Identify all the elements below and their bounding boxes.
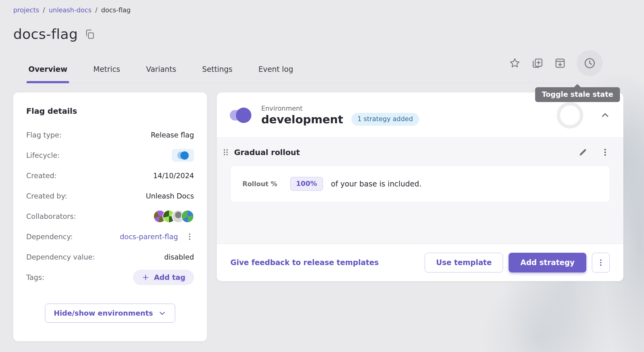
tooltip-toggle-stale-state: Toggle stale state	[535, 87, 620, 102]
archive-icon	[554, 57, 566, 69]
edit-strategy-button[interactable]	[578, 147, 588, 158]
hide-show-environments-label: Hide/show environments	[54, 309, 153, 317]
rollout-label: Rollout %	[242, 180, 277, 188]
breadcrumb-current: docs-flag	[101, 6, 131, 15]
kebab-icon	[185, 232, 194, 241]
drag-handle-icon[interactable]	[222, 148, 230, 157]
environment-name: development	[261, 113, 343, 126]
flag-type-row: Flag type: Release flag	[26, 125, 194, 145]
breadcrumb-link-projects[interactable]: projects	[13, 6, 39, 15]
flag-type-label: Flag type:	[26, 131, 62, 139]
archive-button[interactable]	[554, 57, 566, 69]
tab-overview[interactable]: Overview	[27, 59, 69, 83]
created-value: 14/10/2024	[153, 172, 194, 180]
kebab-icon	[601, 148, 610, 157]
more-strategies-menu-button[interactable]	[592, 253, 610, 272]
created-by-label: Created by:	[26, 192, 67, 200]
rollout-summary-card: Rollout % 100% of your base is included.	[230, 166, 610, 202]
collaborators-label: Collaborators:	[26, 212, 76, 220]
created-by-row: Created by: Unleash Docs	[26, 186, 194, 206]
release-templates-feedback-link[interactable]: Give feedback to release templates	[230, 258, 379, 267]
page: projects / unleash-docs / docs-flag docs…	[0, 0, 644, 352]
tags-label: Tags:	[26, 273, 44, 281]
metrics-ring	[557, 102, 583, 129]
hide-show-environments-button[interactable]: Hide/show environments	[45, 304, 175, 323]
dependency-link[interactable]: docs-parent-flag	[120, 233, 178, 241]
dependency-value-label: Dependency value:	[26, 253, 95, 261]
environment-card: Environment development 1 strategy added	[217, 92, 623, 281]
environment-toggle[interactable]	[230, 110, 249, 121]
kebab-icon	[597, 258, 605, 267]
lifecycle-label: Lifecycle:	[26, 151, 60, 159]
environment-titles: Environment development 1 strategy added	[261, 105, 419, 126]
created-by-value: Unleash Docs	[146, 192, 194, 200]
breadcrumb: projects / unleash-docs / docs-flag	[13, 6, 623, 15]
environment-footer: Give feedback to release templates Use t…	[217, 244, 623, 281]
tab-event-log[interactable]: Event log	[257, 59, 295, 83]
add-tag-label: Add tag	[154, 273, 185, 281]
strategy-count-badge: 1 strategy added	[351, 113, 419, 126]
tabs: Overview Metrics Variants Settings Event…	[27, 59, 295, 83]
strategy-list: Gradual rollout	[217, 137, 623, 244]
dependency-label: Dependency:	[26, 233, 73, 241]
dependency-value-value: disabled	[164, 253, 194, 261]
lifecycle-stage-dot-dark	[180, 151, 189, 160]
copy-add-icon	[531, 57, 543, 69]
created-label: Created:	[26, 172, 57, 180]
rollout-description: of your base is included.	[331, 180, 422, 188]
tab-variants[interactable]: Variants	[144, 59, 178, 83]
page-title: docs-flag	[13, 26, 78, 42]
flag-details-card: Flag details Flag type: Release flag Lif…	[13, 92, 207, 341]
title-row: docs-flag	[13, 26, 623, 42]
collapse-environment-button[interactable]	[600, 110, 610, 121]
created-row: Created: 14/10/2024	[26, 166, 194, 186]
dependency-value-row: Dependency value: disabled	[26, 247, 194, 267]
topbar: projects / unleash-docs / docs-flag docs…	[0, 0, 644, 83]
use-template-button[interactable]: Use template	[425, 253, 503, 272]
collaborator-avatars	[153, 210, 194, 223]
add-tag-button[interactable]: Add tag	[133, 270, 194, 285]
main-content: Flag details Flag type: Release flag Lif…	[13, 92, 623, 341]
star-icon	[509, 57, 521, 69]
flag-actions-toolbar	[509, 50, 603, 76]
pencil-icon	[578, 147, 588, 158]
pixel-avatar-earth	[181, 210, 194, 223]
copy-flag-name-button[interactable]	[84, 29, 95, 40]
tab-metrics[interactable]: Metrics	[91, 59, 122, 83]
lifecycle-row: Lifecycle:	[26, 145, 194, 166]
breadcrumb-separator: /	[95, 6, 97, 15]
rollout-percentage-chip: 100%	[290, 177, 323, 191]
tags-row: Tags: Add tag	[26, 267, 194, 288]
toggle-knob	[236, 108, 251, 123]
tab-settings[interactable]: Settings	[200, 59, 234, 83]
clock-icon	[583, 57, 596, 70]
tabs-bar: Overview Metrics Variants Settings Event…	[27, 50, 603, 83]
toggle-stale-state-button[interactable]	[577, 50, 603, 76]
collaborators-row: Collaborators:	[26, 206, 194, 227]
strategy-header: Gradual rollout	[222, 147, 610, 158]
dependency-menu-button[interactable]	[185, 232, 194, 241]
favorite-button[interactable]	[509, 57, 521, 69]
chevron-down-icon	[158, 309, 167, 317]
copy-icon	[84, 29, 95, 40]
breadcrumb-separator: /	[43, 6, 45, 15]
copy-flag-button[interactable]	[531, 57, 543, 69]
lifecycle-stage-badge[interactable]	[172, 149, 194, 162]
breadcrumb-link-unleash-docs[interactable]: unleash-docs	[49, 6, 92, 15]
flag-type-value: Release flag	[151, 131, 194, 139]
environment-label: Environment	[261, 105, 419, 112]
flag-details-title: Flag details	[26, 107, 194, 116]
strategy-title: Gradual rollout	[234, 148, 300, 157]
plus-icon	[142, 273, 150, 281]
tooltip-text: Toggle stale state	[542, 90, 613, 98]
add-strategy-button[interactable]: Add strategy	[509, 253, 586, 272]
strategy-menu-button[interactable]	[601, 148, 610, 157]
dependency-row: Dependency: docs-parent-flag	[26, 227, 194, 247]
chevron-up-icon	[600, 110, 610, 121]
